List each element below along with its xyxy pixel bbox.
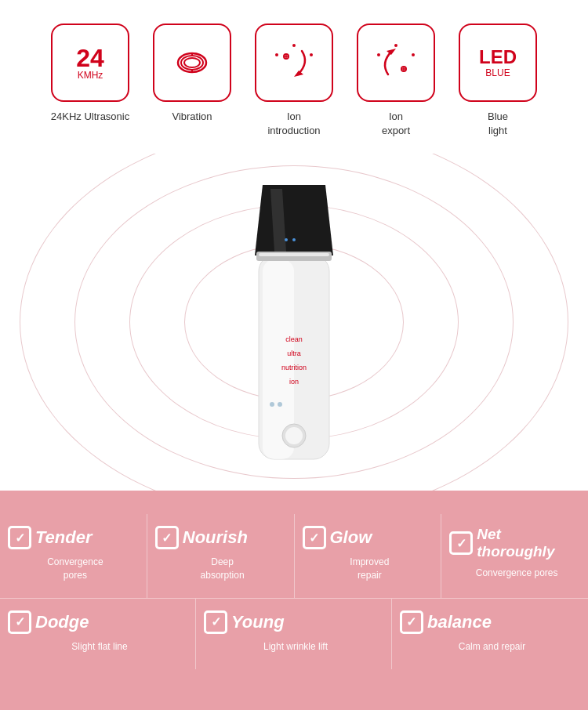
- svg-text:ultra: ultra: [287, 350, 301, 357]
- svg-rect-22: [259, 253, 329, 256]
- benefit-young: Young Light wrinkle lift: [196, 599, 392, 669]
- tender-title: Tender: [35, 527, 93, 548]
- svg-marker-8: [294, 71, 303, 77]
- net-check: [449, 531, 473, 555]
- glow-title: Glow: [330, 527, 372, 548]
- net-title: Net thoroughly: [477, 526, 580, 560]
- young-title-row: Young: [204, 610, 285, 634]
- nourish-check: [155, 526, 179, 549]
- svg-point-13: [412, 53, 415, 56]
- blue-light-label: Bluelight: [488, 110, 508, 138]
- led-label: LED: [479, 47, 517, 67]
- benefit-tender: Tender Convergencepores: [0, 514, 147, 598]
- ultrasonic-icon-box: 24 KMHz: [51, 24, 129, 102]
- ion-introduction-icon: [270, 39, 318, 86]
- svg-marker-15: [387, 49, 396, 55]
- benefit-net: Net thoroughly Convergence pores: [441, 514, 588, 598]
- khz-number: 24: [76, 45, 104, 71]
- feature-ultrasonic: 24 KMHz 24KHz Ultrasonic: [43, 24, 137, 124]
- svg-point-24: [292, 238, 296, 241]
- glow-title-row: Glow: [303, 526, 372, 549]
- device-section: clean ultra nutrition ion: [0, 154, 588, 491]
- svg-point-2: [184, 58, 200, 67]
- svg-point-31: [270, 402, 274, 407]
- balance-title-row: balance: [400, 610, 492, 634]
- benefits-row-1: Tender Convergencepores Nourish Deepabso…: [0, 514, 588, 599]
- svg-point-23: [285, 238, 288, 241]
- glow-desc: Improvedrepair: [303, 556, 434, 582]
- young-check: [204, 610, 227, 634]
- svg-point-5: [292, 44, 296, 47]
- vibration-label: Vibration: [172, 110, 212, 124]
- svg-point-14: [377, 53, 380, 56]
- features-section: 24 KMHz 24KHz Ultrasonic Vibration: [0, 0, 588, 154]
- feature-ion-intro: Ionintroduction: [247, 24, 341, 138]
- feature-vibration: Vibration: [145, 24, 239, 124]
- balance-title: balance: [427, 612, 492, 632]
- tender-title-row: Tender: [8, 526, 93, 549]
- ion-export-icon: [372, 39, 419, 86]
- young-title: Young: [231, 612, 285, 632]
- dodge-title-row: Dodge: [8, 610, 89, 634]
- dodge-title: Dodge: [35, 612, 89, 632]
- svg-text:ion: ion: [289, 378, 299, 386]
- vibration-icon: [169, 39, 216, 86]
- svg-point-30: [285, 427, 303, 444]
- tender-check: [8, 526, 31, 549]
- ultrasonic-label: 24KHz Ultrasonic: [51, 110, 129, 124]
- dodge-check: [8, 610, 31, 634]
- net-title-row: Net thoroughly: [449, 526, 580, 560]
- blue-light-icon-box: LED BLUE: [459, 24, 537, 102]
- benefit-nourish: Nourish Deepabsorption: [147, 514, 295, 598]
- svg-point-32: [278, 402, 282, 407]
- dodge-desc: Slight flat line: [8, 640, 187, 654]
- benefits-row-2: Dodge Slight flat line Young Light wrink…: [0, 599, 588, 677]
- ion-export-icon-box: [357, 24, 435, 102]
- benefit-balance: balance Calm and repair: [392, 599, 588, 669]
- ion-intro-icon-box: [255, 24, 333, 102]
- balance-check: [400, 610, 423, 634]
- led-color: BLUE: [479, 68, 517, 78]
- nourish-title: Nourish: [183, 527, 248, 548]
- feature-blue-light: LED BLUE Bluelight: [451, 24, 545, 138]
- ion-export-label: Ionexport: [382, 110, 410, 138]
- benefit-dodge: Dodge Slight flat line: [0, 599, 196, 669]
- young-desc: Light wrinkle lift: [204, 640, 383, 654]
- nourish-title-row: Nourish: [155, 526, 248, 549]
- glow-check: [303, 526, 326, 549]
- benefits-section: Tender Convergencepores Nourish Deepabso…: [0, 491, 588, 710]
- device-svg: clean ultra nutrition ion: [216, 161, 372, 483]
- svg-point-7: [275, 53, 278, 56]
- feature-ion-export: Ionexport: [349, 24, 443, 138]
- svg-text:nutrition: nutrition: [281, 364, 307, 371]
- net-desc: Convergence pores: [449, 567, 580, 580]
- svg-point-12: [394, 44, 397, 47]
- nourish-desc: Deepabsorption: [155, 556, 286, 582]
- svg-text:clean: clean: [285, 335, 303, 343]
- svg-point-6: [310, 53, 313, 56]
- tender-desc: Convergencepores: [8, 556, 139, 582]
- khz-unit: KMHz: [76, 71, 104, 80]
- benefit-glow: Glow Improvedrepair: [295, 514, 442, 598]
- vibration-icon-box: [153, 24, 231, 102]
- balance-desc: Calm and repair: [400, 640, 580, 654]
- ion-intro-label: Ionintroduction: [267, 110, 320, 138]
